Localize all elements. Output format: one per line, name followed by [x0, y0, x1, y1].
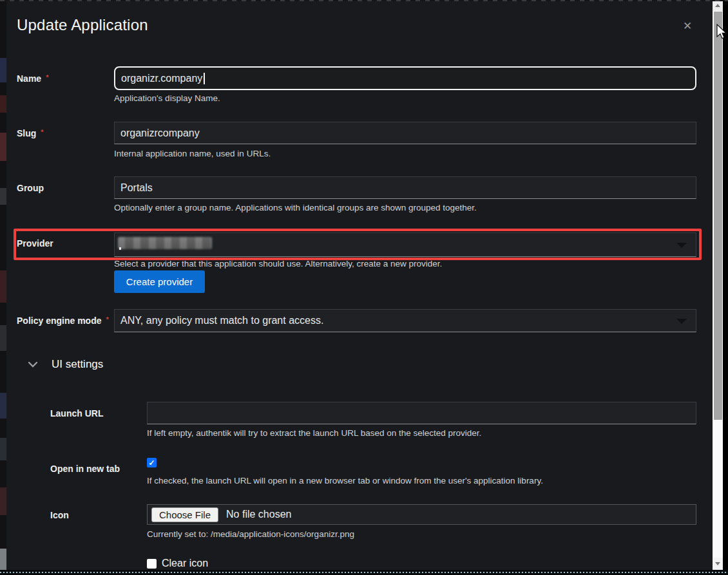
- slug-label: Slug*: [17, 128, 44, 138]
- mouse-cursor: [714, 24, 727, 41]
- required-marker: *: [46, 73, 48, 81]
- redacted-provider-value: [118, 237, 212, 249]
- policy-engine-mode-label: Policy engine mode*: [17, 316, 109, 326]
- backdrop-patch: [0, 270, 6, 303]
- ui-settings-section-label: UI settings: [52, 358, 103, 371]
- dropdown-caret-icon: [676, 319, 687, 324]
- required-marker: *: [106, 316, 108, 323]
- provider-label: Provider: [17, 238, 53, 249]
- backdrop-patch: [0, 549, 6, 570]
- launch-url-help-text: If left empty, authentik will try to ext…: [147, 428, 481, 438]
- file-status-text: No file chosen: [226, 509, 291, 520]
- update-application-dialog-screen: Update Application ✕ Name* organizr.comp…: [0, 0, 728, 575]
- launch-url-input[interactable]: [147, 402, 696, 424]
- window-right-edge: [723, 0, 728, 575]
- backdrop-patch: [0, 487, 6, 515]
- group-input[interactable]: Portals: [114, 176, 696, 199]
- name-input[interactable]: organizr.company: [114, 66, 696, 90]
- group-label: Group: [17, 183, 44, 193]
- group-help-text: Optionally enter a group name. Applicati…: [114, 203, 477, 212]
- create-provider-button[interactable]: Create provider: [114, 270, 205, 293]
- scrollbar-up-button[interactable]: [713, 0, 723, 11]
- chevron-down-icon: [28, 361, 37, 368]
- provider-select[interactable]: [114, 232, 696, 257]
- selection-marquee-dots: [0, 572, 728, 573]
- dialog-title: Update Application: [17, 16, 148, 34]
- scrollbar-thumb[interactable]: [714, 12, 722, 420]
- name-label: Name*: [17, 73, 48, 84]
- selection-marquee-bottom: [0, 570, 728, 575]
- scrollbar-down-button[interactable]: [713, 558, 723, 570]
- name-help-text: Application's display Name.: [114, 93, 220, 103]
- policy-engine-mode-select[interactable]: ANY, any policy must match to grant acce…: [114, 309, 696, 332]
- backdrop-patch: [0, 58, 6, 82]
- slug-help-text: Internal application name, used in URLs.: [114, 149, 271, 158]
- arrow-up-icon: [715, 4, 720, 7]
- open-in-new-tab-checkbox[interactable]: ✓: [147, 458, 157, 467]
- backdrop-patch: [0, 95, 6, 113]
- provider-help-text: Select a provider that this application …: [114, 259, 442, 269]
- ui-settings-section-toggle[interactable]: UI settings: [28, 358, 103, 371]
- arrow-down-icon: [715, 562, 720, 565]
- slug-input[interactable]: organizrcompany: [114, 122, 696, 144]
- page-backdrop-sliver: [0, 0, 6, 575]
- selection-marquee-top: [0, 0, 728, 1]
- backdrop-patch: [0, 188, 6, 205]
- backdrop-patch: [0, 133, 6, 161]
- text-cursor: [204, 73, 205, 84]
- clear-icon-label: Clear icon: [162, 558, 208, 569]
- icon-file-input[interactable]: Choose File No file chosen: [147, 504, 696, 525]
- required-marker: *: [41, 128, 43, 136]
- redaction-artifact: [119, 247, 121, 250]
- backdrop-patch: [0, 325, 6, 351]
- backdrop-patch: [0, 438, 6, 460]
- open-in-new-tab-help-text: If checked, the launch URL will open in …: [147, 476, 543, 485]
- clear-icon-checkbox[interactable]: [147, 559, 157, 569]
- check-icon: ✓: [148, 459, 155, 467]
- backdrop-patch: [0, 393, 6, 419]
- open-in-new-tab-label: Open in new tab: [50, 464, 120, 474]
- launch-url-label: Launch URL: [50, 408, 103, 419]
- dropdown-caret-icon: [676, 243, 687, 248]
- close-icon[interactable]: ✕: [680, 19, 694, 33]
- icon-help-text: Currently set to: /media/application-ico…: [147, 529, 354, 539]
- icon-label: Icon: [50, 510, 69, 520]
- choose-file-button[interactable]: Choose File: [151, 507, 218, 522]
